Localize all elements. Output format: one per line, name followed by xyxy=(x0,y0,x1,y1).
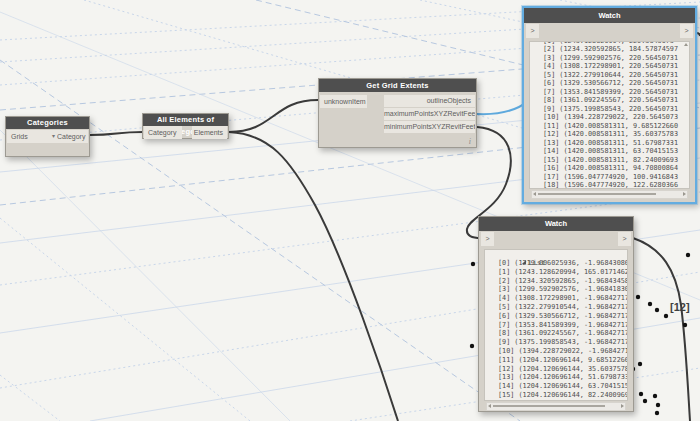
watch-row: [10] (1394.228729022, -1.96842717 xyxy=(485,347,627,356)
watch-row: [11] (1204.120696144, 9.685122660 xyxy=(485,356,627,365)
watch-top-header[interactable]: Watch xyxy=(524,8,695,23)
watch-row: [3] (1299.592902576, -1.968418305 xyxy=(485,285,627,294)
watch-row: [7] (1353.841589399, 220.56450731 xyxy=(530,88,689,97)
node-get-grid-extents[interactable]: Get Grid Extents unknownItem outlineObje… xyxy=(318,78,477,148)
watch-bottom-output-port[interactable]: > xyxy=(618,232,631,246)
node-all-elements-header[interactable]: All Elements of Category xyxy=(143,114,228,126)
watch-row: [16] (1420.008581311, 94.70800864 xyxy=(530,164,689,173)
node-watch-top[interactable]: Watch > > [1] (1243.128620994, 220.56450… xyxy=(522,6,697,204)
watch-top-list: [1] (1243.128620994, 220.5645073 [2] (12… xyxy=(529,41,690,189)
watch-bottom-list: List [0] (1219.606025936, -1.968430863 [… xyxy=(484,249,628,401)
wire-elements-offscreen[interactable] xyxy=(229,132,398,421)
node-all-elements-of-category[interactable]: All Elements of Category Category Elemen… xyxy=(142,113,229,139)
watch-row: [15] (1204.120696144, 82.24009693 xyxy=(485,391,627,400)
watch-row: [1] (1243.128620994, 165.01714622 xyxy=(485,268,627,277)
watch-row: [11] (1420.008581311, 9.685122660 xyxy=(530,122,689,131)
watch-row: [18] (1596.047774920, 122.6280366 xyxy=(530,181,689,189)
watch-row: [0] (1219.606025936, -1.968430863 xyxy=(485,259,627,268)
dropdown-caret-icon: ▾ xyxy=(52,130,55,143)
scroll-thumb[interactable] xyxy=(493,405,605,407)
scroll-right-arrow-icon[interactable] xyxy=(683,192,686,196)
watch-top-output-port[interactable]: > xyxy=(680,24,693,38)
watch-row: [7] (1353.841589399, -1.968427177 xyxy=(485,321,627,330)
scroll-right-arrow-icon[interactable] xyxy=(621,404,624,408)
watch-row: [8] (1361.092245567, 220.56450731 xyxy=(530,96,689,105)
scroll-left-arrow-icon[interactable] xyxy=(533,192,536,196)
get-grid-extents-header[interactable]: Get Grid Extents xyxy=(319,79,476,92)
watch-row: [9] (1375.199858543, -1.968427177 xyxy=(485,338,627,347)
watch-top-vscroll-arrow-icon[interactable] xyxy=(684,43,688,46)
watch-row: [10] (1394.228729022, 220.5645073 xyxy=(530,113,689,122)
watch-top-hscrollbar[interactable] xyxy=(531,190,688,199)
get-grid-extents-input-port[interactable]: unknownItem xyxy=(320,95,367,108)
scroll-thumb[interactable] xyxy=(538,193,656,195)
watch-row: [12] (1420.008581311, 35.60375783 xyxy=(530,130,689,139)
watch-row: [6] (1329.530566712, 220.56450731 xyxy=(530,79,689,88)
watch-row: [4] (1308.172298901, -1.968427177 xyxy=(485,294,627,303)
watch-row: [4] (1308.172298901, 220.56450731 xyxy=(530,62,689,71)
watch-row: [15] (1420.008581311, 82.24009693 xyxy=(530,156,689,165)
node-categories-header[interactable]: Categories xyxy=(6,117,89,129)
watch-row: [13] (1420.008581311, 51.67987331 xyxy=(530,139,689,148)
watch-row: [14] (1204.120696144, 63.70415153 xyxy=(485,382,627,391)
watch-list-root[interactable]: List xyxy=(485,250,627,259)
get-grid-extents-output-outlineobjects[interactable]: outlineObjects xyxy=(384,95,475,107)
watch-row: [9] (1375.199858543, 220.56450731 xyxy=(530,105,689,114)
watch-row: [2] (1234.320592865, -1.968434587 xyxy=(485,277,627,286)
watch-bottom-hscrollbar[interactable] xyxy=(486,402,626,411)
categories-output-port[interactable]: Category xyxy=(57,130,88,143)
watch-row: [8] (1361.092245567, -1.968427177 xyxy=(485,329,627,338)
watch-row: [17] (1596.047774920, 100.9416843 xyxy=(530,173,689,182)
get-grid-extents-output-minpoints[interactable]: minimumPointsXYZRevitFeet xyxy=(384,121,475,133)
wire-category-to-allelements[interactable] xyxy=(90,132,143,135)
node-categories[interactable]: Categories Grids ▾ Category xyxy=(5,116,90,157)
scroll-left-arrow-icon[interactable] xyxy=(488,404,491,408)
all-elements-output-port[interactable]: Elements xyxy=(192,126,227,139)
node-info-glyph: i xyxy=(469,137,471,146)
watch-row: [5] (1322.279910644, 220.56450731 xyxy=(530,71,689,80)
watch-row: [6] (1329.530566712, -1.968427177 xyxy=(485,312,627,321)
watch-row: [12] (1204.120696144, 35.60375783 xyxy=(485,365,627,374)
watch-row: [2] (1234.320592865, 184.57874597 xyxy=(530,45,689,54)
watch-row: [5] (1322.279910544, -1.968427177 xyxy=(485,303,627,312)
watch-row: [3] (1299.592902576, 220.56450731 xyxy=(530,54,689,63)
get-grid-extents-output-maxpoints[interactable]: maximumPointsXYZRevitFeet xyxy=(384,108,475,120)
watch-bottom-input-port[interactable]: > xyxy=(481,232,494,246)
all-elements-input-port[interactable]: Category xyxy=(144,126,182,139)
watch-row: [13] (1204.120696144, 51.67987331 xyxy=(485,373,627,382)
categories-dropdown[interactable]: Grids ▾ xyxy=(7,130,58,143)
watch-bottom-header[interactable]: Watch xyxy=(479,217,633,231)
dynamo-canvas[interactable]: [12] Categories Grids ▾ Cate xyxy=(0,0,700,421)
watch-top-input-port[interactable]: > xyxy=(526,24,539,38)
wire-elements-to-unknownitem[interactable] xyxy=(229,100,318,132)
watch-row: [14] (1420.008581311, 63.70415153 xyxy=(530,147,689,156)
node-watch-bottom[interactable]: Watch > > List [0] (1219.606025936, -1.9… xyxy=(478,216,634,412)
